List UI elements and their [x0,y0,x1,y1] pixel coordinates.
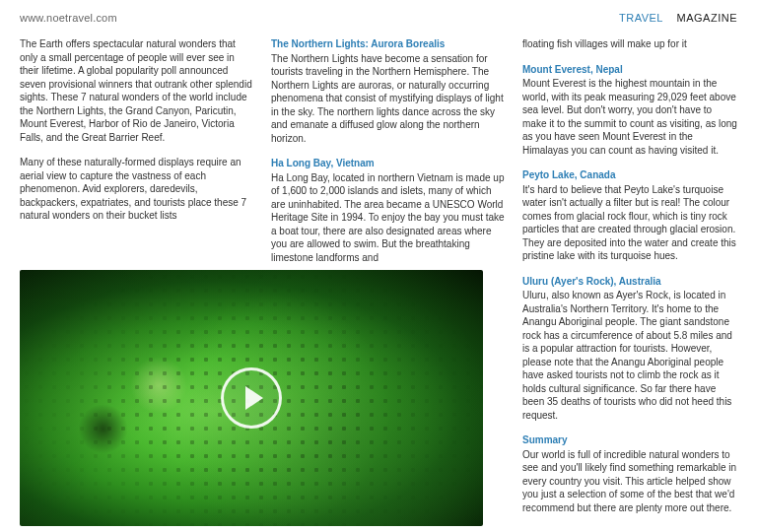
brand: TRAVEL MAGAZINE [619,12,737,24]
section-body: Ha Long Bay, located in northern Vietnam… [271,171,507,265]
brand-accent: TRAVEL [619,12,663,24]
intro-paragraph-2: Many of these naturally-formed displays … [20,156,255,223]
section-ha-long-bay: Ha Long Bay, Vietnam Ha Long Bay, locate… [271,157,507,264]
section-body: The Northern Lights have become a sensat… [271,52,507,146]
section-title: Peyto Lake, Canada [522,168,737,182]
section-body: It's hard to believe that Peyto Lake's t… [522,183,737,263]
section-title: Uluru (Ayer's Rock), Australia [522,275,737,289]
column-1: The Earth offers spectacular natural won… [20,37,255,526]
section-peyto-lake: Peyto Lake, Canada It's hard to believe … [522,168,737,263]
header-bar: www.noetravel.com TRAVEL MAGAZINE [20,12,737,24]
section-title: The Northern Lights: Aurora Borealis [271,37,507,51]
hero-video-thumbnail[interactable] [20,270,483,526]
section-northern-lights: The Northern Lights: Aurora Borealis The… [271,37,507,145]
section-title: Ha Long Bay, Vietnam [271,157,507,170]
section-title: Mount Everest, Nepal [522,63,737,77]
section-mount-everest: Mount Everest, Nepal Mount Everest is th… [522,63,737,158]
continued-text: floating fish villages will make up for … [522,37,737,51]
column-3: floating fish villages will make up for … [522,37,737,526]
site-url: www.noetravel.com [20,12,117,24]
brand-name: MAGAZINE [677,12,737,24]
section-body: Uluru, also known as Ayer's Rock, is loc… [522,289,737,422]
section-title: Summary [522,433,737,447]
article-columns: The Earth offers spectacular natural won… [20,37,737,526]
section-body: Our world is full of incredible natural … [522,448,737,515]
play-button[interactable] [221,367,282,429]
play-icon [245,386,263,410]
section-uluru: Uluru (Ayer's Rock), Australia Uluru, al… [522,275,737,423]
intro-paragraph-1: The Earth offers spectacular natural won… [20,37,255,144]
section-summary: Summary Our world is full of incredible … [522,433,737,514]
section-body: Mount Everest is the highest mountain in… [522,77,737,157]
